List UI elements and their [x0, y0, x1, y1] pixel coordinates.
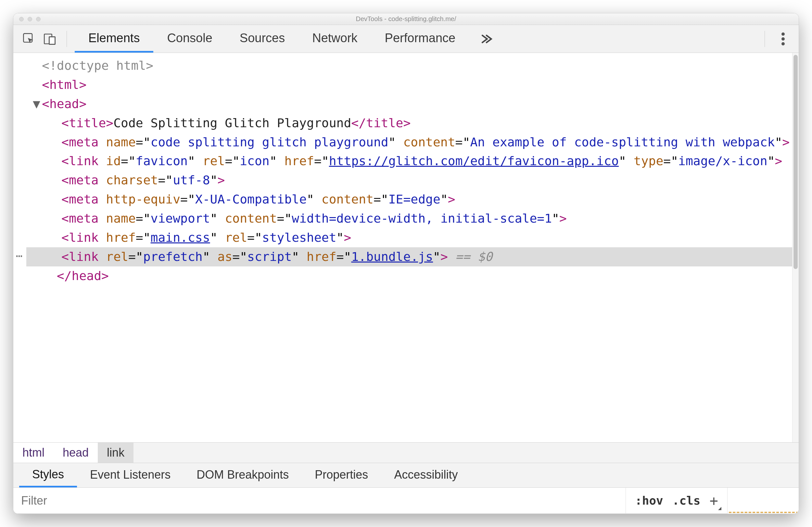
margin-indicator [729, 512, 799, 514]
more-tabs-button[interactable] [469, 25, 503, 52]
svg-rect-2 [49, 37, 55, 44]
inspect-element-icon[interactable] [20, 30, 38, 48]
styles-tabs: Styles Event Listeners DOM Breakpoints P… [13, 463, 799, 488]
dom-meta-compat[interactable]: <meta http-equiv="X-UA-Compatible" conte… [26, 190, 792, 209]
dom-head-close[interactable]: </head> [26, 267, 792, 286]
tab-styles[interactable]: Styles [19, 463, 77, 487]
dom-link-prefetch[interactable]: <link rel="prefetch" as="script" href="1… [26, 247, 792, 267]
tab-event-listeners[interactable]: Event Listeners [77, 463, 184, 487]
crumb-head[interactable]: head [54, 442, 98, 463]
close-window-icon[interactable] [19, 17, 24, 21]
crumb-html[interactable]: html [13, 442, 54, 463]
device-toolbar-icon[interactable] [41, 30, 59, 48]
dom-doctype[interactable]: <!doctype html> [26, 56, 792, 75]
tab-performance[interactable]: Performance [371, 25, 469, 52]
new-style-rule-icon[interactable]: + [710, 492, 719, 509]
tab-elements[interactable]: Elements [75, 25, 153, 52]
svg-point-4 [782, 32, 785, 36]
devtools-window: DevTools - code-splitting.glitch.me/ Ele… [13, 13, 799, 514]
dom-link-favicon[interactable]: <link id="favicon" rel="icon" href="http… [26, 152, 792, 171]
dom-head-open[interactable]: ▼<head> [26, 94, 792, 114]
styles-filter-input[interactable] [13, 488, 626, 513]
svg-point-5 [782, 37, 785, 41]
toolbar-divider [67, 31, 67, 47]
traffic-lights[interactable] [19, 17, 41, 21]
dom-meta-viewport[interactable]: <meta name="viewport" content="width=dev… [26, 209, 792, 228]
tab-sources[interactable]: Sources [226, 25, 299, 52]
tab-accessibility[interactable]: Accessibility [381, 463, 470, 487]
minimize-window-icon[interactable] [28, 17, 32, 21]
tab-console[interactable]: Console [153, 25, 226, 52]
styles-filter-bar: :hov .cls + [13, 488, 727, 514]
styles-actions: :hov .cls + [626, 488, 727, 513]
hov-toggle[interactable]: :hov [635, 494, 663, 507]
dom-meta-charset[interactable]: <meta charset="utf-8"> [26, 171, 792, 190]
dom-link-css[interactable]: <link href="main.css" rel="stylesheet"> [26, 228, 792, 247]
titlebar: DevTools - code-splitting.glitch.me/ [13, 13, 799, 25]
crumb-link[interactable]: link [98, 442, 133, 463]
settings-menu-icon[interactable] [774, 30, 792, 48]
tab-dom-breakpoints[interactable]: DOM Breakpoints [184, 463, 302, 487]
vertical-scrollbar[interactable] [792, 53, 799, 442]
tab-network[interactable]: Network [299, 25, 371, 52]
tab-properties[interactable]: Properties [302, 463, 381, 487]
dom-html-open[interactable]: <html> [26, 75, 792, 94]
cls-toggle[interactable]: .cls [672, 494, 700, 507]
dom-title[interactable]: <title>Code Splitting Glitch Playground<… [26, 114, 792, 133]
zoom-window-icon[interactable] [36, 17, 41, 21]
dom-meta-description[interactable]: <meta name="code splitting glitch playgr… [26, 133, 792, 152]
elements-panel: <!doctype html> <html> ▼<head> <title>Co… [13, 53, 799, 442]
window-title: DevTools - code-splitting.glitch.me/ [356, 15, 456, 23]
svg-point-6 [782, 42, 785, 45]
toolbar-divider [765, 31, 765, 47]
dom-breadcrumb: html head link [13, 442, 799, 463]
main-toolbar: Elements Console Sources Network Perform… [13, 25, 799, 53]
panel-tabs: Elements Console Sources Network Perform… [75, 25, 503, 52]
dom-tree[interactable]: <!doctype html> <html> ▼<head> <title>Co… [13, 53, 792, 442]
scroll-thumb[interactable] [794, 55, 798, 269]
box-model-preview [727, 488, 799, 514]
